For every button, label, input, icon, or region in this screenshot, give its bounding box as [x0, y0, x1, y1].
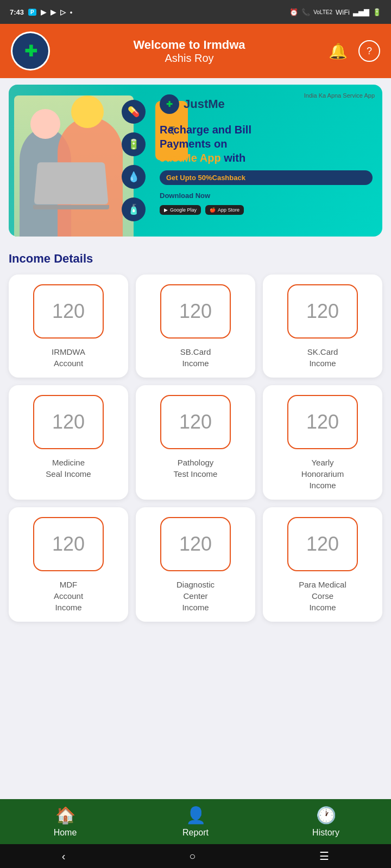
income-card-paramedical[interactable]: 120 Para MedicalCorseIncome — [263, 507, 382, 622]
google-play-badge[interactable]: ▶ Google Play — [160, 205, 201, 215]
cashback-badge: Get Upto 50%Cashback — [160, 170, 373, 185]
income-value-box-7: 120 — [33, 517, 104, 571]
play-store-label: Google Play — [170, 207, 197, 213]
help-button[interactable]: ? — [358, 40, 380, 62]
income-value-8: 120 — [179, 533, 212, 556]
report-label: Report — [182, 828, 209, 838]
play-store-icon: ▶ — [164, 207, 168, 213]
income-value-box-5: 120 — [160, 395, 231, 449]
header-text: Welcome to Irmdwa Ashis Roy — [60, 38, 319, 65]
app-store-badges: ▶ Google Play 🍎 App Store — [160, 205, 373, 215]
income-value-3: 120 — [306, 300, 339, 323]
income-label-8: DiagnosticCenterIncome — [176, 579, 215, 613]
back-button[interactable]: ‹ — [46, 850, 82, 863]
header-title: Welcome to Irmdwa — [60, 38, 319, 52]
dot-icon: • — [70, 8, 73, 16]
cross-icon: ✚ — [24, 42, 37, 60]
service-icon-2: 🔋 — [122, 132, 146, 156]
home-label: Home — [54, 828, 77, 838]
justme-logo-icon: ✚ — [160, 94, 179, 114]
promo-banner: 💊 🔋 💧 🧴 ₹ ✚ JustMe India Ka Apna Service… — [9, 85, 382, 237]
nav-item-history[interactable]: 🕐 History — [261, 806, 391, 838]
income-section: Income Details 120 IRMDWAAccount 120 SB.… — [0, 243, 391, 630]
service-icon-4: 🧴 — [122, 197, 146, 221]
income-card-honorarium[interactable]: 120 YearlyHonorariumIncome — [263, 385, 382, 500]
header-action-icons: 🔔 ? — [329, 40, 380, 62]
income-grid: 120 IRMDWAAccount 120 SB.CardIncome 120 … — [9, 275, 382, 630]
income-value-box-1: 120 — [33, 284, 104, 339]
income-value-1: 120 — [52, 300, 85, 323]
service-icon-3: 💧 — [122, 165, 146, 189]
apple-icon: 🍎 — [210, 207, 216, 213]
income-label-6: YearlyHonorariumIncome — [301, 457, 344, 491]
status-bar: 7:43 P ▶ ▶ ▷ • ⏰ 📞 VoLTE2 WiFi ▃▅▇ 🔋 — [0, 0, 391, 24]
income-value-box-6: 120 — [287, 395, 358, 449]
status-icons: ⏰ 📞 VoLTE2 WiFi ▃▅▇ 🔋 — [289, 8, 381, 16]
income-label-3: SK.CardIncome — [307, 346, 338, 369]
bottom-navigation: 🏠 Home 👤 Report 🕐 History — [0, 799, 391, 844]
wifi-icon: WiFi — [336, 8, 350, 16]
paytm-icon: P — [28, 9, 36, 16]
app-store-badge[interactable]: 🍎 App Store — [205, 205, 244, 215]
income-card-medicine[interactable]: 120 MedicineSeal Income — [9, 385, 128, 500]
banner-service-icons: 💊 🔋 💧 🧴 — [112, 95, 155, 226]
home-icon: 🏠 — [55, 806, 75, 825]
income-value-5: 120 — [179, 411, 212, 433]
income-label-2: SB.CardIncome — [180, 346, 211, 369]
income-card-mdf[interactable]: 120 MDFAccountIncome — [9, 507, 128, 622]
income-value-7: 120 — [52, 533, 85, 556]
report-icon: 👤 — [186, 806, 206, 825]
app-logo: ✚ — [11, 31, 50, 71]
recents-button[interactable]: ☰ — [303, 850, 345, 863]
income-card-skcard[interactable]: 120 SK.CardIncome — [263, 275, 382, 378]
banner-with-text: with — [224, 152, 245, 164]
logo-inner: ✚ — [12, 33, 48, 69]
income-card-irmdwa[interactable]: 120 IRMDWAAccount — [9, 275, 128, 378]
nav-item-home[interactable]: 🏠 Home — [0, 806, 130, 838]
income-value-9: 120 — [306, 533, 339, 556]
battery-icon: 🔋 — [373, 8, 381, 16]
service-icon-1: 💊 — [122, 100, 146, 124]
play-icon: ▷ — [60, 8, 66, 16]
signal-icon: ▃▅▇ — [353, 8, 369, 16]
app-store-label: App Store — [218, 207, 239, 213]
income-value-box-8: 120 — [160, 517, 231, 571]
income-card-diagnostic[interactable]: 120 DiagnosticCenterIncome — [136, 507, 255, 622]
lte-icon: VoLTE2 — [313, 9, 332, 15]
income-value-6: 120 — [306, 411, 339, 433]
status-time: 7:43 P ▶ ▶ ▷ • — [10, 8, 72, 16]
home-button[interactable]: ○ — [173, 850, 212, 863]
income-section-title: Income Details — [9, 252, 382, 266]
download-text: Download Now — [160, 192, 373, 200]
nav-item-report[interactable]: 👤 Report — [130, 806, 261, 838]
income-value-box-4: 120 — [33, 395, 104, 449]
headline-text: Recharge and BillPayments on — [160, 124, 251, 150]
income-value-2: 120 — [179, 300, 212, 323]
brand-name: JustMe — [184, 97, 225, 111]
app-name-highlight: JustMe App — [160, 152, 221, 164]
income-label-5: PathologyTest Income — [174, 457, 218, 480]
time-display: 7:43 — [10, 8, 24, 16]
youtube2-icon: ▶ — [51, 8, 56, 16]
income-label-9: Para MedicalCorseIncome — [299, 579, 346, 613]
income-value-box-9: 120 — [287, 517, 358, 571]
income-value-box-2: 120 — [160, 284, 231, 339]
app-header: ✚ Welcome to Irmdwa Ashis Roy 🔔 ? — [0, 24, 391, 78]
notification-bell-button[interactable]: 🔔 — [329, 42, 348, 60]
call-icon: 📞 — [301, 8, 310, 16]
income-value-box-3: 120 — [287, 284, 358, 339]
income-label-7: MDFAccountIncome — [54, 579, 83, 613]
history-label: History — [312, 828, 339, 838]
banner-tagline: India Ka Apna Service App — [304, 92, 375, 99]
income-value-4: 120 — [52, 411, 85, 433]
income-card-sbcard[interactable]: 120 SB.CardIncome — [136, 275, 255, 378]
income-label-4: MedicineSeal Income — [46, 457, 91, 480]
income-label-1: IRMDWAAccount — [52, 346, 85, 369]
system-navigation: ‹ ○ ☰ — [0, 844, 391, 868]
income-card-pathology[interactable]: 120 PathologyTest Income — [136, 385, 255, 500]
banner-content: ✚ JustMe India Ka Apna Service App Recha… — [154, 85, 382, 237]
banner-headline: Recharge and BillPayments on JustMe App … — [160, 123, 373, 165]
alarm-icon: ⏰ — [289, 8, 298, 16]
youtube-icon: ▶ — [41, 8, 46, 16]
history-icon: 🕐 — [316, 806, 336, 825]
